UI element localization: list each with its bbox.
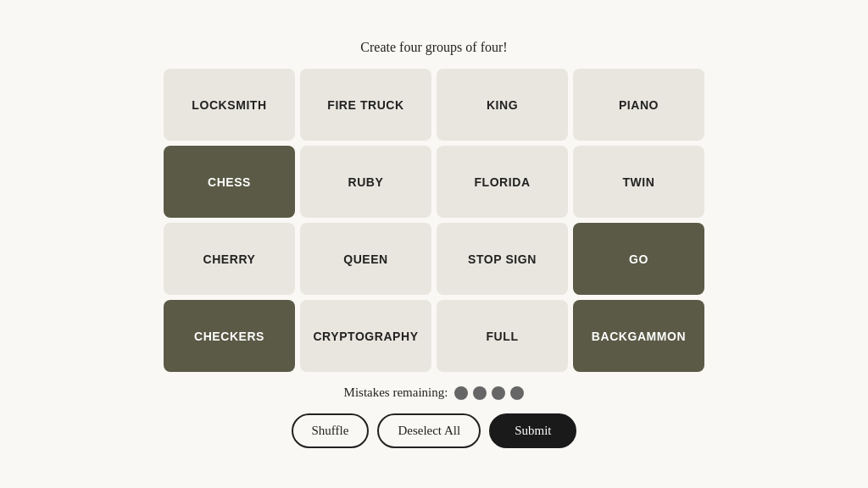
mistakes-dots: [454, 386, 524, 400]
mistakes-row: Mistakes remaining:: [344, 385, 525, 400]
grid-cell[interactable]: PIANO: [573, 69, 704, 141]
grid-cell[interactable]: QUEEN: [300, 223, 431, 295]
grid-cell[interactable]: RUBY: [300, 146, 431, 218]
grid-cell[interactable]: FIRE TRUCK: [300, 69, 431, 141]
grid-cell[interactable]: LOCKSMITH: [164, 69, 295, 141]
grid-cell[interactable]: CHESS: [164, 146, 295, 218]
submit-button[interactable]: Submit: [489, 413, 576, 448]
deselect-button[interactable]: Deselect All: [377, 413, 481, 448]
grid-cell[interactable]: STOP SIGN: [437, 223, 568, 295]
grid-cell[interactable]: FLORIDA: [437, 146, 568, 218]
grid-cell[interactable]: FULL: [437, 300, 568, 372]
mistake-dot: [492, 386, 505, 400]
game-container: Create four groups of four! LOCKSMITHFIR…: [154, 40, 714, 448]
mistakes-label: Mistakes remaining:: [344, 385, 448, 400]
grid-cell[interactable]: GO: [573, 223, 704, 295]
mistake-dot: [454, 386, 468, 400]
grid-cell[interactable]: CHECKERS: [164, 300, 295, 372]
grid-cell[interactable]: CHERRY: [164, 223, 295, 295]
grid-cell[interactable]: BACKGAMMON: [573, 300, 704, 372]
grid-cell[interactable]: CRYPTOGRAPHY: [300, 300, 431, 372]
mistake-dot: [510, 386, 524, 400]
shuffle-button[interactable]: Shuffle: [292, 413, 370, 448]
grid-cell[interactable]: TWIN: [573, 146, 704, 218]
buttons-row: Shuffle Deselect All Submit: [292, 413, 577, 448]
grid-cell[interactable]: KING: [437, 69, 568, 141]
subtitle: Create four groups of four!: [360, 40, 507, 55]
word-grid: LOCKSMITHFIRE TRUCKKINGPIANOCHESSRUBYFLO…: [164, 69, 704, 372]
mistake-dot: [473, 386, 487, 400]
